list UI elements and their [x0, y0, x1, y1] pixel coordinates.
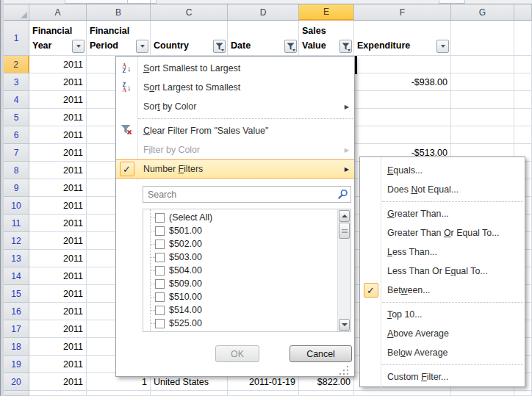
column-header-E[interactable]: E [299, 4, 354, 21]
cell-G6[interactable] [451, 126, 514, 144]
cell-H4[interactable] [514, 91, 532, 109]
row-header-1[interactable]: 1 [4, 21, 29, 56]
value-option--509.00[interactable]: $509.00 [143, 277, 351, 290]
row-header-15[interactable]: 15 [4, 285, 29, 303]
row-header-13[interactable]: 13 [4, 250, 29, 267]
value-checkbox[interactable] [155, 306, 165, 315]
column-header-A[interactable]: A [29, 4, 87, 21]
number-filter-option-does-not-equal[interactable]: Does Not Equal... [360, 180, 525, 199]
value-option--510.00[interactable]: $510.00 [143, 290, 351, 303]
filter-menu-item-sort-by-color[interactable]: Sort by Color▶ [116, 97, 354, 116]
value-option--503.00[interactable]: $503.00 [143, 251, 351, 264]
filter-menu-item-number-filters[interactable]: ✓Number Filters▶ [116, 159, 354, 179]
value-checkbox[interactable] [155, 240, 165, 249]
row-header-5[interactable]: 5 [4, 109, 29, 126]
cell-A11[interactable]: 2011 [29, 215, 87, 232]
column-header-B[interactable]: B [87, 4, 151, 21]
value-checkbox[interactable] [155, 319, 165, 328]
cell-A8[interactable]: 2011 [29, 162, 87, 179]
value-option--501.00[interactable]: $501.00 [143, 224, 351, 237]
cell-F2[interactable] [354, 56, 451, 73]
cell-A7[interactable]: 2011 [29, 144, 87, 162]
cell-A18[interactable]: 2011 [29, 338, 87, 356]
cell-A4[interactable]: 2011 [29, 91, 87, 109]
filter-dropdown-button-F[interactable] [436, 40, 449, 53]
row-header-8[interactable]: 8 [4, 162, 29, 179]
value-option-partial[interactable] [143, 330, 351, 332]
cell-H2[interactable] [514, 56, 532, 73]
filter-dropdown-button-A[interactable] [72, 40, 85, 53]
cell-G2[interactable] [451, 56, 514, 73]
column-header-partial[interactable] [514, 4, 532, 21]
row-header-12[interactable]: 12 [4, 232, 29, 250]
row-header-17[interactable]: 17 [4, 320, 29, 338]
search-icon[interactable] [337, 189, 348, 200]
cell-G5[interactable] [451, 109, 514, 126]
value-option--514.00[interactable]: $514.00 [143, 303, 351, 317]
cell-H6[interactable] [514, 126, 532, 144]
cell-F5[interactable] [354, 109, 451, 126]
number-filter-option-top-10[interactable]: Top 10... [360, 305, 525, 324]
value-option--504.00[interactable]: $504.00 [143, 264, 351, 277]
row-header-2[interactable]: 2 [4, 56, 29, 73]
row-header-19[interactable]: 19 [4, 356, 29, 373]
scrollbar-thumb[interactable] [339, 223, 350, 239]
cell-A14[interactable]: 2011 [29, 267, 87, 285]
ok-button[interactable]: OK [215, 345, 259, 362]
cell-A20[interactable]: 2011 [29, 373, 87, 391]
number-filter-option-between[interactable]: ✓Between... [360, 281, 525, 300]
row-header-20[interactable]: 20 [4, 373, 29, 391]
row-header-18[interactable]: 18 [4, 338, 29, 356]
number-filter-option-below-average[interactable]: Below Average [360, 343, 525, 362]
row-header-4[interactable]: 4 [4, 91, 29, 109]
search-input[interactable] [143, 186, 351, 203]
value-list-scrollbar[interactable] [337, 209, 351, 331]
number-filter-option-less-than[interactable]: Less Than... [360, 242, 525, 262]
cell-A6[interactable]: 2011 [29, 126, 87, 144]
filter-dropdown-button-B[interactable] [136, 40, 148, 53]
cell-H5[interactable] [514, 109, 532, 126]
row-header-11[interactable]: 11 [4, 215, 29, 232]
cell-H3[interactable] [514, 73, 532, 91]
cell-A19[interactable]: 2011 [29, 356, 87, 373]
scroll-down-button[interactable] [339, 319, 350, 331]
resize-grip[interactable] [339, 366, 350, 375]
select-all-corner[interactable] [4, 4, 29, 21]
cell-A10[interactable]: 2011 [29, 197, 87, 215]
number-filter-option-greater-than-or-equal-to[interactable]: Greater Than Or Equal To... [360, 223, 525, 242]
row-header-14[interactable]: 14 [4, 267, 29, 285]
filter-menu-item-clear-filter-from-sales-value[interactable]: Clear Filter From "Sales Value" [116, 121, 354, 140]
row-header-9[interactable]: 9 [4, 179, 29, 197]
column-header-D[interactable]: D [228, 4, 299, 21]
row-header-partial[interactable] [4, 391, 29, 396]
value-checkbox[interactable] [155, 253, 165, 262]
cell-A2[interactable]: 2011 [29, 56, 87, 73]
row-header-16[interactable]: 16 [4, 303, 29, 320]
cell-A15[interactable]: 2011 [29, 285, 87, 303]
cell-G4[interactable] [451, 91, 514, 109]
cell-A9[interactable]: 2011 [29, 179, 87, 197]
number-filter-option-greater-than[interactable]: Greater Than... [360, 204, 525, 223]
cell-A12[interactable]: 2011 [29, 232, 87, 250]
cell-A13[interactable]: 2011 [29, 250, 87, 267]
value-checkbox[interactable] [155, 332, 165, 333]
row-header-6[interactable]: 6 [4, 126, 29, 144]
column-header-F[interactable]: F [354, 4, 451, 21]
number-filter-option-less-than-or-equal-to[interactable]: Less Than Or Equal To... [360, 262, 525, 281]
value-option--select-all-[interactable]: (Select All) [143, 211, 351, 224]
cell-A17[interactable]: 2011 [29, 320, 87, 338]
value-checkbox[interactable] [155, 292, 165, 302]
filter-menu-item-sort-smallest-to-largest[interactable]: AZ↓Sort Smallest to Largest [116, 59, 354, 78]
row-header-3[interactable]: 3 [4, 73, 29, 91]
column-header-G[interactable]: G [451, 4, 514, 21]
cell-A3[interactable]: 2011 [29, 73, 87, 91]
scroll-up-button[interactable] [339, 210, 350, 222]
value-checkbox[interactable] [155, 213, 165, 223]
cell-G3[interactable] [451, 73, 514, 91]
row-header-7[interactable]: 7 [4, 144, 29, 162]
filter-menu-item-sort-largest-to-smallest[interactable]: ZA↓Sort Largest to Smallest [116, 78, 354, 97]
number-filter-option-above-average[interactable]: Above Average [360, 324, 525, 343]
cell-A16[interactable]: 2011 [29, 303, 87, 320]
value-checkbox[interactable] [155, 266, 165, 276]
cell-F3[interactable]: -$938.00 [354, 73, 451, 91]
